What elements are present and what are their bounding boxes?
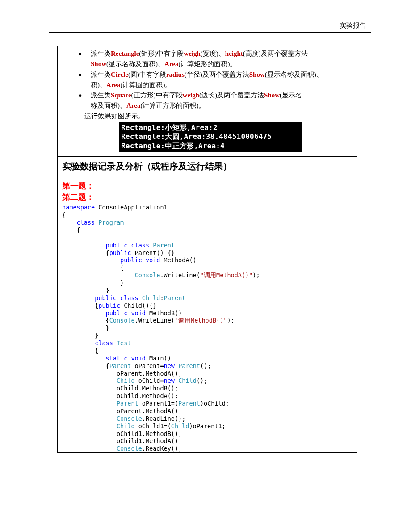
text: 积)、 <box>91 81 106 88</box>
text: 派生类 <box>91 50 111 57</box>
field-name: radius <box>166 71 185 78</box>
text: (矩形)中有字段 <box>139 50 184 57</box>
text: (边长)及两个覆盖方法 <box>199 92 264 99</box>
field-name: weigh <box>183 92 200 99</box>
section-experiment-data: 实验数据记录及分析（或程序及运行结果） 第一题： 第二题： namespace … <box>58 157 357 452</box>
text: (计算圆的面积)。 <box>120 81 172 88</box>
method-name: Show <box>91 60 106 67</box>
method-name: Show <box>249 71 265 78</box>
content-frame: 派生类Rectangle(矩形)中有字段weigh(宽度)、height(高度)… <box>57 46 357 453</box>
bullet-list: 派生类Rectangle(矩形)中有字段weigh(宽度)、height(高度)… <box>62 49 352 111</box>
method-name: Area <box>126 102 140 109</box>
code-listing: namespace ConsoleApplication1 { class Pr… <box>62 204 352 452</box>
text: (半径)及两个覆盖方法 <box>185 71 249 78</box>
bullet-rectangle: 派生类Rectangle(矩形)中有字段weigh(宽度)、height(高度)… <box>91 49 351 70</box>
run-note: 运行效果如图所示。 <box>62 112 352 121</box>
text: (宽度)、 <box>201 50 225 57</box>
text: (计算矩形的面积)。 <box>178 60 236 67</box>
text: (高度)及两个覆盖方法 <box>243 50 308 57</box>
text: (计算正方形的面积)。 <box>140 102 205 109</box>
section-title: 实验数据记录及分析（或程序及运行结果） <box>62 160 352 172</box>
class-name: Square <box>111 92 131 99</box>
bullet-circle: 派生类Circle(圆)中有字段radius(半径)及两个覆盖方法Show(显示… <box>91 70 351 91</box>
page: 实验报告 派生类Rectangle(矩形)中有字段weigh(宽度)、heigh… <box>0 0 411 532</box>
page-header-label: 实验报告 <box>340 21 366 30</box>
console-output: Rectangle:小矩形,Area:2 Rectangle:大圆,Area:3… <box>119 122 302 152</box>
text: 派生类 <box>91 71 111 78</box>
text: (显示名 <box>280 92 302 99</box>
text: (正方形)中有字段 <box>131 92 183 99</box>
console-line: Rectangle:中正方形,Area:4 <box>121 142 300 151</box>
text: (显示名称及面积)、 <box>265 71 323 78</box>
question-1-label: 第一题： <box>62 180 352 192</box>
console-line: Rectangle:大圆,Area:38.484510006475 <box>121 132 300 142</box>
method-name: Area <box>106 81 120 88</box>
field-name: weigh <box>184 50 201 57</box>
question-2-label: 第二题： <box>62 192 352 203</box>
text: (圆)中有字段 <box>128 71 166 78</box>
field-name: height <box>225 50 243 57</box>
text: (显示名称及面积)、 <box>106 60 164 67</box>
class-name: Rectangle <box>111 50 139 57</box>
console-line: Rectangle:小矩形,Area:2 <box>121 123 300 133</box>
header-rule <box>49 32 371 33</box>
text: 派生类 <box>91 92 111 99</box>
method-name: Area <box>164 60 178 67</box>
section-problem-description: 派生类Rectangle(矩形)中有字段weigh(宽度)、height(高度)… <box>58 46 357 157</box>
class-name: Circle <box>111 71 128 78</box>
text: 称及面积)、 <box>91 102 126 109</box>
method-name: Show <box>264 92 280 99</box>
bullet-square: 派生类Square(正方形)中有字段weigh(边长)及两个覆盖方法Show(显… <box>91 90 351 111</box>
